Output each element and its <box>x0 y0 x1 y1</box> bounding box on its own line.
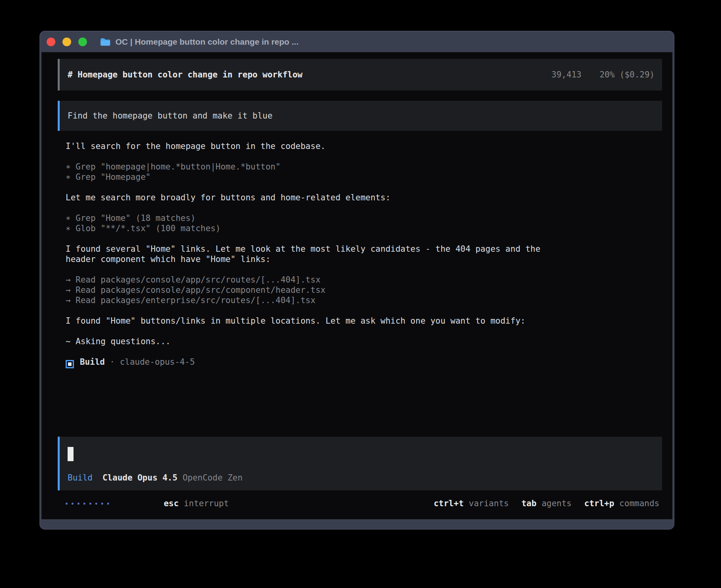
titlebar[interactable]: OC | Homepage button color change in rep… <box>40 31 674 52</box>
zoom-button[interactable] <box>78 38 87 46</box>
transcript-segment: ∗ Glob "**/*.tsx" (100 matches) <box>66 224 221 233</box>
minimize-button[interactable] <box>62 38 71 46</box>
hint-label-commands: commands <box>619 499 659 508</box>
spinner-dot-icon <box>95 503 97 505</box>
transcript-segment: Let me search more broadly for buttons a… <box>66 193 391 202</box>
transcript-segment: → Read packages/enterprise/src/routes/[.… <box>66 296 315 305</box>
hint-label-interrupt: interrupt <box>184 499 229 508</box>
transcript-segment: claude-opus-4-5 <box>120 357 195 367</box>
hint-key-ctrl-t: ctrl+t <box>434 499 464 508</box>
hint-interrupt: escinterrupt <box>124 489 229 518</box>
folder-icon <box>100 37 111 47</box>
window-title: OC | Homepage button color change in rep… <box>115 37 298 47</box>
transcript-line: ∗ Grep "Homepage" <box>66 172 662 182</box>
transcript-segment: → Read packages/console/app/src/routes/[… <box>66 275 321 285</box>
prompt-input[interactable]: Build Claude Opus 4.5 OpenCode Zen <box>58 437 662 490</box>
transcript-segment: ∗ Grep "Homepage" <box>66 172 151 182</box>
user-message-text: Find the homepage button and make it blu… <box>68 111 272 121</box>
transcript-line: ∗ Grep "Home" (18 matches) <box>66 213 662 223</box>
session-stats: 39,413 20% ($0.29) <box>551 70 655 79</box>
transcript-blank-line <box>66 326 662 336</box>
transcript-line: I found "Home" buttons/links in multiple… <box>66 316 662 326</box>
model-label[interactable]: Claude Opus 4.5 <box>102 473 177 482</box>
provider-label: OpenCode Zen <box>183 473 243 482</box>
agent-mode-label[interactable]: Build <box>68 473 92 482</box>
transcript-line: ~ Asking questions... <box>66 336 662 347</box>
transcript-line: ∗ Glob "**/*.tsx" (100 matches) <box>66 223 662 234</box>
text-cursor <box>68 447 74 461</box>
spinner-dot-icon <box>72 503 74 505</box>
user-message: Find the homepage button and make it blu… <box>58 101 662 131</box>
hint-commands: ctrl+pcommands <box>584 499 659 508</box>
transcript-line: header component which have "Home" links… <box>66 254 662 264</box>
token-count: 39,413 <box>551 70 581 79</box>
session-title: # Homepage button color change in repo w… <box>68 70 302 79</box>
transcript-line: → Read packages/enterprise/src/routes/[.… <box>66 295 662 305</box>
close-button[interactable] <box>47 38 55 46</box>
spinner-dot-icon <box>107 503 109 505</box>
transcript-segment: → Read packages/console/app/src/componen… <box>66 285 325 295</box>
terminal-content: # Homepage button color change in repo w… <box>42 52 672 519</box>
session-header: # Homepage button color change in repo w… <box>58 59 662 90</box>
transcript-segment: I'll search for the homepage button in t… <box>66 141 325 151</box>
spinner-dot-icon <box>77 503 79 505</box>
terminal-window: OC | Homepage button color change in rep… <box>40 31 674 530</box>
transcript-blank-line <box>66 347 662 357</box>
spinner-dot-icon <box>101 503 103 505</box>
transcript-line: I found several "Home" links. Let me loo… <box>66 244 662 254</box>
transcript-blank-line <box>66 203 662 213</box>
transcript-segment: ∗ Grep "Home" (18 matches) <box>66 213 196 223</box>
transcript-segment: ∗ Grep "homepage|home.*button|Home.*butt… <box>66 162 281 172</box>
transcript-blank-line <box>66 182 662 192</box>
transcript-segment: I found several "Home" links. Let me loo… <box>66 244 540 254</box>
transcript-line: → Read packages/console/app/src/componen… <box>66 285 662 295</box>
spinner-dot-icon <box>83 503 85 505</box>
hint-key-esc: esc <box>164 499 179 508</box>
transcript-segment: Build <box>80 357 105 367</box>
transcript-blank-line <box>66 151 662 162</box>
hint-label-agents: agents <box>542 499 572 508</box>
transcript-line: ∗ Grep "homepage|home.*button|Home.*butt… <box>66 162 662 172</box>
transcript-line: I'll search for the homepage button in t… <box>66 141 662 151</box>
transcript: I'll search for the homepage button in t… <box>66 141 662 367</box>
hint-label-variants: variants <box>469 499 509 508</box>
status-bar: escinterrupt ctrl+tvariantstabagentsctrl… <box>66 498 659 509</box>
transcript-line: → Read packages/console/app/src/routes/[… <box>66 275 662 285</box>
spinner-dots <box>66 503 109 505</box>
transcript-blank-line <box>66 264 662 275</box>
transcript-segment: · <box>105 357 120 367</box>
hint-agents: tabagents <box>521 499 572 508</box>
transcript-line: Let me search more broadly for buttons a… <box>66 192 662 203</box>
spinner-dot-icon <box>66 503 68 505</box>
input-meta: Build Claude Opus 4.5 OpenCode Zen <box>68 473 654 482</box>
transcript-blank-line <box>66 305 662 316</box>
hint-variants: ctrl+tvariants <box>434 499 509 508</box>
transcript-segment: ~ Asking questions... <box>66 337 171 346</box>
transcript-blank-line <box>66 234 662 244</box>
transcript-segment: I found "Home" buttons/links in multiple… <box>66 316 525 326</box>
transcript-line: Build · claude-opus-4-5 <box>66 357 662 367</box>
hint-key-tab: tab <box>521 499 536 508</box>
agent-build-icon <box>66 360 74 368</box>
context-usage: 20% ($0.29) <box>600 70 655 79</box>
hint-key-ctrl-p: ctrl+p <box>584 499 614 508</box>
spinner-dot-icon <box>89 503 91 505</box>
right-hints: ctrl+tvariantstabagentsctrl+pcommands <box>434 499 659 508</box>
transcript-segment: header component which have "Home" links… <box>66 254 270 264</box>
